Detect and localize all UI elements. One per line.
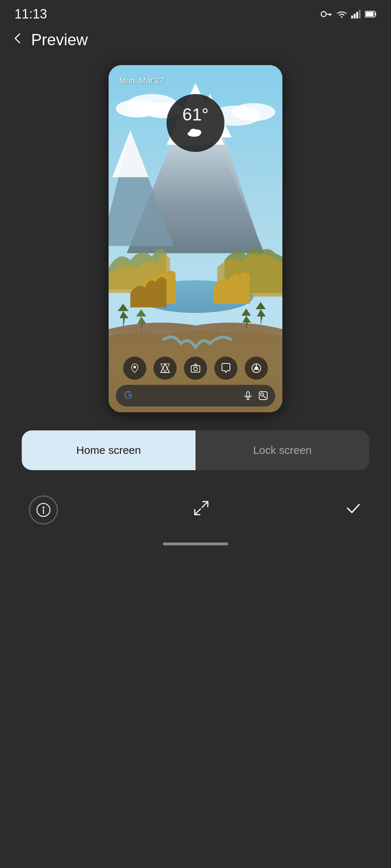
svg-rect-40 <box>247 392 249 397</box>
page-title: Preview <box>31 31 88 49</box>
weather-temperature: 61° <box>182 106 209 123</box>
dock-app-maps[interactable] <box>123 357 146 380</box>
svg-marker-31 <box>161 364 169 373</box>
home-bar <box>163 542 228 545</box>
app-dock <box>109 357 282 380</box>
svg-rect-10 <box>375 13 376 16</box>
svg-rect-5 <box>351 16 353 18</box>
status-bar: 11:13 <box>0 0 391 25</box>
google-g-logo <box>123 390 135 401</box>
status-icons <box>321 10 377 18</box>
mic-icon[interactable] <box>243 391 253 400</box>
expand-icon <box>192 499 211 518</box>
svg-point-0 <box>321 12 326 17</box>
bottom-actions <box>0 481 391 535</box>
dock-app-shapes[interactable] <box>154 357 177 380</box>
svg-marker-32 <box>161 364 169 373</box>
search-bar[interactable] <box>116 385 275 407</box>
tab-switcher: Home screen Lock screen <box>22 430 369 470</box>
svg-point-30 <box>134 366 136 369</box>
expand-button[interactable] <box>192 499 211 521</box>
svg-rect-33 <box>191 366 200 372</box>
top-bar: Preview <box>0 25 391 58</box>
weather-cloud-icon <box>187 125 204 140</box>
info-button[interactable] <box>29 495 58 524</box>
signal-icon <box>351 10 361 18</box>
svg-rect-8 <box>359 10 361 18</box>
svg-point-46 <box>43 507 45 509</box>
checkmark-icon <box>345 499 362 517</box>
svg-point-44 <box>261 393 264 396</box>
home-indicator <box>0 535 391 549</box>
svg-rect-6 <box>354 14 356 18</box>
back-button[interactable] <box>11 32 24 48</box>
svg-point-17 <box>232 103 275 121</box>
svg-point-29 <box>190 129 197 135</box>
svg-point-34 <box>194 367 197 371</box>
phone-mockup: Mon, Mar 27 61° <box>109 65 282 412</box>
wifi-icon <box>336 10 348 18</box>
preview-container: Mon, Mar 27 61° <box>0 58 391 420</box>
info-icon <box>36 503 51 517</box>
lens-icon[interactable] <box>258 391 268 400</box>
dock-app-messages[interactable] <box>214 357 237 380</box>
dock-app-chrome[interactable] <box>245 357 268 380</box>
confirm-button[interactable] <box>345 499 362 520</box>
phone-date: Mon, Mar 27 <box>119 76 164 85</box>
tab-lock-screen[interactable]: Lock screen <box>196 430 369 470</box>
svg-point-4 <box>341 16 342 18</box>
weather-widget: 61° <box>167 94 224 152</box>
svg-rect-11 <box>366 12 374 16</box>
status-time: 11:13 <box>14 7 47 22</box>
battery-icon <box>365 10 377 18</box>
dock-app-camera[interactable] <box>184 357 207 380</box>
tab-home-screen[interactable]: Home screen <box>22 430 196 470</box>
svg-rect-7 <box>356 12 358 18</box>
key-icon <box>321 10 332 18</box>
search-action-icons <box>243 391 268 400</box>
